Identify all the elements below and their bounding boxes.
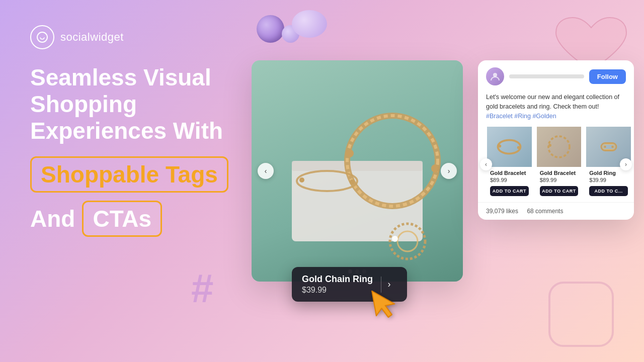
post-avatar [486, 67, 504, 85]
instagram-circle-decoration [548, 282, 614, 347]
ctas-highlight: CTAs [82, 201, 162, 237]
headline: Seamless Visual Shopping Experiences Wit… [30, 64, 242, 144]
shoppable-tags-highlight: Shoppable Tags [30, 156, 228, 193]
svg-point-9 [350, 179, 355, 185]
svg-point-0 [37, 32, 47, 42]
post-likes: 39,079 likes [486, 208, 518, 215]
hashtag-decoration: # [191, 265, 214, 312]
svg-point-18 [548, 144, 551, 147]
add-to-cart-btn-2[interactable]: ADD TO CART [540, 186, 579, 196]
decorative-ball-1 [257, 15, 284, 43]
and-connector: And [30, 205, 75, 232]
svg-point-14 [498, 140, 521, 154]
svg-point-12 [392, 236, 398, 242]
main-image-background: ‹ › [252, 60, 463, 282]
product-tag-name: Gold Chain Ring [302, 274, 373, 285]
product-tag-info: Gold Chain Ring $39.99 [302, 274, 373, 295]
caption-text: Let's welcome our new and elegant collec… [486, 94, 619, 110]
products-prev-arrow[interactable]: ‹ [480, 158, 492, 170]
svg-point-6 [431, 164, 439, 172]
ctas-line: And CTAs [30, 201, 242, 237]
products-row: ‹ Gold Bracelet $89.99 ADD TO CART [478, 127, 634, 202]
main-next-arrow[interactable]: › [441, 163, 457, 179]
add-to-cart-btn-1[interactable]: ADD TO CART [490, 186, 529, 196]
add-to-cart-btn-3[interactable]: ADD TO C... [589, 186, 628, 196]
logo-icon [30, 25, 54, 49]
post-hashtags: #Bracelet #Ring #Golden [486, 113, 556, 120]
post-comments: 68 comments [527, 208, 563, 215]
product-name-1: Gold Bracelet [487, 167, 532, 177]
post-stats: 39,079 likes 68 comments [478, 202, 634, 220]
products-next-arrow[interactable]: › [620, 158, 632, 170]
svg-point-21 [604, 146, 606, 148]
follow-button[interactable]: Follow [589, 69, 626, 84]
svg-point-15 [499, 145, 502, 148]
svg-point-13 [493, 73, 497, 77]
logo-row: socialwidget [30, 25, 242, 49]
product-tag-price: $39.99 [302, 286, 373, 295]
product-thumb-2 [537, 127, 582, 167]
svg-point-22 [611, 146, 614, 148]
brand-name: socialwidget [60, 31, 124, 44]
post-caption: Let's welcome our new and elegant collec… [478, 93, 634, 127]
jewelry-artwork [252, 60, 463, 282]
product-price-1: $89.99 [487, 177, 532, 186]
shoppable-tags-line: Shoppable Tags [30, 156, 242, 193]
svg-point-8 [299, 177, 304, 183]
left-panel: socialwidget Seamless Visual Shopping Ex… [30, 25, 242, 245]
main-prev-arrow[interactable]: ‹ [258, 163, 274, 179]
main-image-panel: ‹ › Gold Chain Ring $39.99 › [252, 60, 463, 282]
decorative-ball-3 [292, 10, 327, 38]
product-thumb-1 [487, 127, 532, 167]
product-price-2: $89.99 [537, 177, 582, 186]
post-header: Follow [478, 60, 634, 93]
product-name-2: Gold Bracelet [537, 167, 582, 177]
mockup-container: ‹ › Gold Chain Ring $39.99 › [252, 60, 634, 312]
product-item-1: Gold Bracelet $89.99 ADD TO CART [487, 127, 532, 202]
svg-point-5 [346, 149, 354, 157]
svg-point-16 [517, 146, 520, 149]
product-price-3: $39.99 [586, 177, 631, 186]
post-card: Follow Let's welcome our new and elegant… [478, 60, 634, 220]
post-username-bar [509, 74, 584, 78]
svg-point-17 [548, 136, 570, 157]
svg-rect-2 [292, 161, 423, 171]
decorative-ball-2 [282, 25, 299, 43]
product-item-2: Gold Bracelet $89.99 ADD TO CART [537, 127, 582, 202]
